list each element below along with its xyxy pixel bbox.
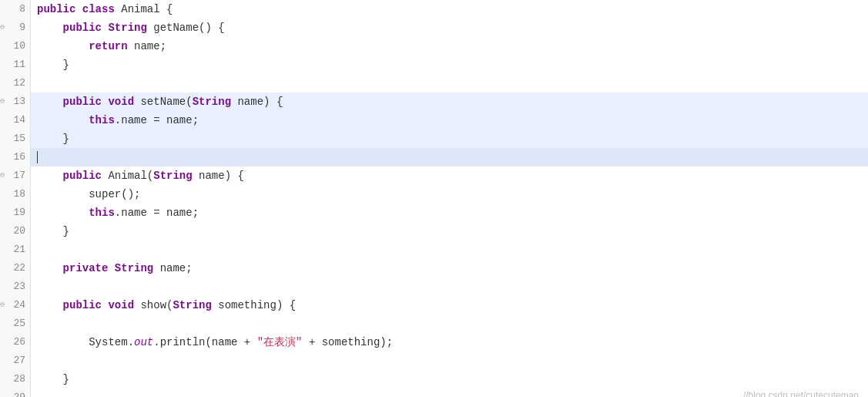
- code-row: 23: [0, 278, 868, 296]
- token-normal: [37, 188, 89, 200]
- token-kw: public: [37, 3, 82, 15]
- code-row: 18 super();: [0, 185, 868, 204]
- token-normal: name;: [134, 40, 166, 52]
- line-number: 22: [0, 259, 31, 278]
- token-kw: class: [82, 3, 121, 15]
- line-number: 29: [0, 389, 31, 397]
- token-type: String: [115, 262, 160, 274]
- text-cursor: [37, 151, 38, 163]
- token-normal: super();: [89, 188, 140, 200]
- code-row: 15 }: [0, 130, 868, 148]
- code-content: [31, 352, 868, 370]
- token-kw: this: [89, 207, 115, 219]
- code-content: public class Animal {: [31, 0, 868, 19]
- token-normal: [37, 336, 89, 348]
- token-normal: }: [37, 59, 69, 71]
- token-kw: private: [63, 262, 115, 274]
- code-content: public String getName() {: [31, 19, 868, 37]
- fold-icon[interactable]: ⊖: [0, 167, 5, 184]
- code-row: ⊖24 public void show(String something) {: [0, 296, 868, 315]
- token-type: String: [108, 22, 153, 34]
- code-content: public void show(String something) {: [31, 296, 868, 315]
- fold-icon[interactable]: ⊖: [0, 93, 5, 110]
- code-row: ⊖9 public String getName() {: [0, 19, 868, 37]
- code-row: 11 }: [0, 56, 868, 74]
- token-normal: [37, 96, 63, 108]
- token-normal: getName() {: [153, 22, 224, 34]
- fold-icon[interactable]: ⊖: [0, 297, 5, 314]
- token-kw: public: [63, 96, 109, 108]
- line-number: 11: [0, 56, 31, 74]
- token-normal: [37, 262, 63, 274]
- token-normal: }: [37, 225, 69, 237]
- line-number: 27: [0, 352, 31, 370]
- token-normal: something) {: [218, 299, 296, 311]
- token-normal: [37, 170, 63, 182]
- token-out-kw: out: [134, 336, 153, 348]
- code-content: super();: [31, 185, 868, 204]
- line-number: ⊖13: [0, 93, 31, 111]
- code-content: }: [31, 130, 868, 148]
- code-row: 12: [0, 74, 868, 93]
- token-kw: public: [63, 22, 109, 34]
- token-normal: + something);: [302, 336, 393, 348]
- watermark-text: //blog.csdn.net/cutecuteman: [743, 390, 859, 397]
- line-number: ⊖24: [0, 296, 31, 315]
- token-type: String: [153, 170, 199, 182]
- token-normal: [37, 299, 63, 311]
- code-row: 16: [0, 148, 868, 167]
- token-normal: .name = name;: [115, 114, 199, 126]
- token-normal: [37, 207, 89, 219]
- line-number: 12: [0, 74, 31, 93]
- token-normal: name) {: [237, 96, 283, 108]
- token-normal: [37, 40, 89, 52]
- code-content: [31, 315, 868, 333]
- code-row: 27: [0, 352, 868, 370]
- token-kw: void: [108, 299, 140, 311]
- code-content: this.name = name;: [31, 111, 868, 130]
- fold-icon[interactable]: ⊖: [0, 19, 5, 36]
- token-type: String: [173, 299, 218, 311]
- token-normal: [37, 114, 89, 126]
- token-normal: .name = name;: [115, 207, 199, 219]
- line-number: 26: [0, 333, 31, 352]
- code-row: 20 }: [0, 222, 868, 241]
- code-row: 14 this.name = name;: [0, 111, 868, 130]
- token-kw: this: [89, 114, 115, 126]
- code-row: 21: [0, 241, 868, 259]
- code-content: }: [31, 222, 868, 241]
- line-number: 28: [0, 370, 31, 389]
- token-kw: public: [63, 170, 109, 182]
- token-normal: }: [37, 373, 69, 385]
- code-row: 22 private String name;: [0, 259, 868, 278]
- code-content: return name;: [31, 37, 868, 56]
- code-row: 28 }: [0, 370, 868, 389]
- line-number: 25: [0, 315, 31, 333]
- token-string: "在表演": [257, 336, 303, 348]
- code-editor: 8public class Animal {⊖9 public String g…: [0, 0, 868, 397]
- code-row: ⊖13 public void setName(String name) {: [0, 93, 868, 111]
- code-row: 29: [0, 389, 868, 397]
- code-content: }: [31, 56, 868, 74]
- code-row: 19 this.name = name;: [0, 204, 868, 222]
- line-number: 19: [0, 204, 31, 222]
- code-content: private String name;: [31, 259, 868, 278]
- code-content: [31, 278, 868, 296]
- code-content: System.out.println(name + "在表演" + someth…: [31, 333, 868, 352]
- token-type: String: [193, 96, 238, 108]
- line-number: 15: [0, 130, 31, 148]
- line-number: 16: [0, 148, 31, 167]
- code-content: }: [31, 370, 868, 389]
- line-number: 8: [0, 0, 31, 19]
- line-number: 20: [0, 222, 31, 241]
- token-kw: public: [63, 299, 109, 311]
- line-number: 18: [0, 185, 31, 204]
- token-normal: System.: [89, 336, 134, 348]
- token-normal: [37, 22, 63, 34]
- token-normal: setName(: [140, 96, 192, 108]
- token-normal: show(: [140, 299, 173, 311]
- code-row: 25: [0, 315, 868, 333]
- code-content: public void setName(String name) {: [31, 93, 868, 111]
- token-normal: Animal {: [121, 3, 173, 15]
- code-content: [31, 148, 868, 167]
